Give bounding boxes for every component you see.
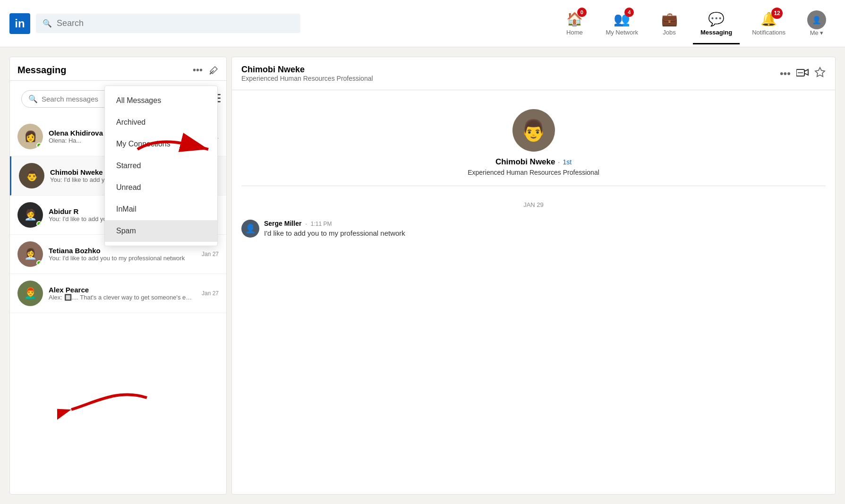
tetiana-avatar: 👩‍💼 bbox=[17, 241, 43, 267]
tetiana-preview: You: I'd like to add you to my professio… bbox=[49, 255, 196, 262]
main-content: Messaging ••• 🔍 bbox=[0, 47, 845, 504]
filter-unread[interactable]: Unread bbox=[105, 177, 217, 198]
message-sender-name: Serge Miller bbox=[264, 220, 301, 227]
chat-contact-name: Chimobi Nweke bbox=[241, 65, 373, 75]
home-label: Home bbox=[566, 29, 583, 36]
messaging-icon-wrap: 💬 bbox=[708, 11, 725, 27]
messaging-more-button[interactable]: ••• bbox=[193, 65, 203, 76]
messaging-icon: 💬 bbox=[708, 11, 725, 27]
profile-avatar: 👨 bbox=[512, 109, 555, 152]
nav-item-notifications[interactable]: 🔔 12 Notifications bbox=[744, 11, 793, 36]
messaging-panel: Messaging ••• 🔍 bbox=[9, 57, 227, 495]
nav-item-me[interactable]: 👤 Me ▾ bbox=[798, 10, 836, 36]
user-avatar-image: 👤 bbox=[812, 16, 821, 25]
tetiana-online-indicator bbox=[36, 260, 42, 266]
alex-info: Alex Pearce Alex: 🔲.... That's a clever … bbox=[49, 286, 196, 301]
chimobi-avatar: 👨 bbox=[19, 163, 44, 188]
nav-item-home[interactable]: 🏠 0 Home bbox=[555, 11, 593, 36]
search-bar[interactable]: 🔍 bbox=[36, 14, 300, 33]
filter-archived[interactable]: Archived bbox=[105, 111, 217, 133]
my-network-label: My Network bbox=[606, 29, 638, 36]
message-text: I'd like to add you to my professional n… bbox=[264, 229, 826, 237]
message-sender-avatar: 👤 bbox=[241, 220, 259, 238]
filter-all-messages[interactable]: All Messages bbox=[105, 90, 217, 111]
abidur-avatar: 🧑‍💼 bbox=[17, 202, 43, 228]
video-call-icon bbox=[796, 68, 809, 77]
jobs-label: Jobs bbox=[663, 29, 675, 36]
filter-dropdown: All Messages Archived My Connections Sta… bbox=[104, 85, 218, 246]
chat-header-actions: ••• bbox=[780, 67, 826, 81]
home-badge: 0 bbox=[577, 8, 587, 17]
alex-name: Alex Pearce bbox=[49, 286, 196, 294]
abidur-online-indicator bbox=[36, 221, 42, 227]
my-network-badge: 4 bbox=[624, 8, 634, 17]
compose-icon bbox=[208, 65, 219, 76]
jobs-icon-wrap: 💼 bbox=[661, 11, 678, 27]
message-time: 1:11 PM bbox=[311, 221, 332, 227]
olena-online-indicator bbox=[36, 143, 42, 148]
messaging-header-actions: ••• bbox=[193, 65, 219, 76]
profile-connection: 1st bbox=[563, 158, 572, 166]
tetiana-name: Tetiana Bozhko bbox=[49, 247, 196, 255]
chat-contact-title: Experienced Human Resources Professional bbox=[241, 75, 373, 82]
user-avatar: 👤 bbox=[807, 10, 826, 29]
filter-spam[interactable]: Spam bbox=[105, 220, 217, 242]
my-network-icon-wrap: 👥 4 bbox=[614, 11, 630, 27]
jobs-icon: 💼 bbox=[661, 11, 678, 27]
notifications-label: Notifications bbox=[752, 29, 785, 36]
star-button[interactable] bbox=[814, 67, 826, 81]
date-divider: JAN 29 bbox=[241, 201, 826, 208]
linkedin-logo[interactable]: in bbox=[9, 13, 30, 34]
video-call-button[interactable] bbox=[796, 68, 809, 80]
messaging-label: Messaging bbox=[700, 29, 732, 36]
notifications-icon-wrap: 🔔 12 bbox=[760, 11, 777, 27]
chat-more-button[interactable]: ••• bbox=[780, 68, 791, 80]
olena-avatar: 👩 bbox=[17, 124, 43, 149]
filter-starred[interactable]: Starred bbox=[105, 155, 217, 177]
star-icon bbox=[814, 67, 826, 78]
profile-headline: Experienced Human Resources Professional bbox=[468, 169, 599, 176]
filter-inmail[interactable]: InMail bbox=[105, 198, 217, 220]
search-input[interactable] bbox=[57, 18, 294, 28]
notifications-badge: 12 bbox=[771, 8, 783, 19]
alex-time: Jan 27 bbox=[202, 290, 219, 297]
profile-card: 👨 Chimobi Nweke · 1st Experienced Human … bbox=[241, 100, 826, 186]
compose-button[interactable] bbox=[208, 65, 219, 76]
search-icon: 🔍 bbox=[43, 19, 52, 28]
nav-item-my-network[interactable]: 👥 4 My Network bbox=[598, 11, 646, 36]
profile-name: Chimobi Nweke bbox=[495, 157, 555, 167]
message-row: 👤 Serge Miller · 1:11 PM I'd like to add… bbox=[241, 220, 826, 238]
message-content: Serge Miller · 1:11 PM I'd like to add y… bbox=[264, 220, 826, 237]
home-icon-wrap: 🏠 0 bbox=[566, 11, 583, 27]
conversation-item-alex[interactable]: 👨‍🦰 Alex Pearce Alex: 🔲.... That's a cle… bbox=[10, 274, 226, 313]
chat-contact-info: Chimobi Nweke Experienced Human Resource… bbox=[241, 65, 373, 82]
message-sender-row: Serge Miller · 1:11 PM bbox=[264, 220, 826, 227]
messaging-header: Messaging ••• bbox=[10, 57, 226, 81]
filter-my-connections[interactable]: My Connections bbox=[105, 133, 217, 155]
chat-messages: 👨 Chimobi Nweke · 1st Experienced Human … bbox=[232, 90, 835, 494]
tetiana-time: Jan 27 bbox=[202, 251, 219, 257]
chat-area: Chimobi Nweke Experienced Human Resource… bbox=[231, 57, 836, 495]
chat-header: Chimobi Nweke Experienced Human Resource… bbox=[232, 57, 835, 90]
alex-avatar: 👨‍🦰 bbox=[17, 281, 43, 306]
tetiana-info: Tetiana Bozhko You: I'd like to add you … bbox=[49, 247, 196, 262]
search-messages-icon: 🔍 bbox=[28, 94, 38, 103]
top-navigation: in 🔍 🏠 0 Home 👥 4 My Network 💼 Jobs bbox=[0, 0, 845, 47]
nav-item-jobs[interactable]: 💼 Jobs bbox=[650, 11, 688, 36]
nav-item-messaging[interactable]: 💬 Messaging bbox=[693, 11, 740, 36]
nav-icons: 🏠 0 Home 👥 4 My Network 💼 Jobs 💬 Messagi… bbox=[555, 10, 836, 36]
alex-preview: Alex: 🔲.... That's a clever way to get s… bbox=[49, 294, 196, 301]
me-label: Me ▾ bbox=[810, 29, 824, 36]
messaging-title: Messaging bbox=[17, 65, 66, 76]
